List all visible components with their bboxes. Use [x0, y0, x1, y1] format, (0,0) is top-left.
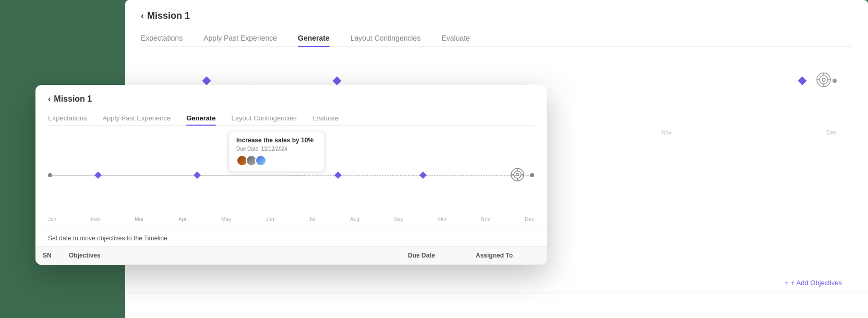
- svg-point-9: [516, 174, 519, 176]
- fg-timeline-area: Increase the sales by 10% Due Date: 12/1…: [35, 126, 547, 230]
- fg-card-header: ‹ Mission 1 Expectations Apply Past Expe…: [35, 85, 547, 126]
- col-header-assigned-to: Assigned To: [468, 247, 547, 265]
- diamond-3: [334, 172, 342, 179]
- month-apr: Apr: [178, 216, 187, 222]
- fg-tab-evaluate[interactable]: Evaluate: [312, 111, 339, 125]
- bg-back-chevron: ‹: [141, 10, 144, 21]
- set-date-text: Set date to move objectives to the Timel…: [35, 230, 547, 246]
- fg-back-link[interactable]: ‹ Mission 1: [48, 94, 534, 104]
- fg-tab-generate[interactable]: Generate: [186, 111, 215, 125]
- fg-mission-title: Mission 1: [54, 94, 92, 104]
- objective-popup-card: Increase the sales by 10% Due Date: 12/1…: [228, 131, 325, 172]
- col-header-sn: SN: [35, 247, 62, 265]
- col-header-objectives: Objectives: [62, 247, 401, 265]
- timeline-months: Jan Feb Mar Apr May Jun Jul Aug Sep Oct …: [48, 216, 534, 222]
- timeline-dot-right: [530, 173, 534, 177]
- fg-tab-expectations[interactable]: Expectations: [48, 111, 87, 125]
- svg-point-8: [514, 171, 521, 178]
- diamond-4: [419, 172, 427, 179]
- diamond-2: [194, 172, 201, 179]
- avatar-group: [236, 155, 317, 166]
- bg-table-footer: [125, 292, 868, 318]
- month-aug: Aug: [350, 216, 359, 222]
- month-feb: Feb: [91, 216, 100, 222]
- fg-target-icon: [510, 167, 525, 184]
- month-sep: Sep: [394, 216, 404, 222]
- bg-month-dec: Dec: [826, 129, 837, 136]
- month-mar: Mar: [135, 216, 143, 222]
- month-may: May: [221, 216, 231, 222]
- bg-month-nov: Nov: [661, 129, 672, 136]
- bg-back-link[interactable]: ‹ Mission 1: [141, 10, 852, 21]
- add-icon: +: [785, 279, 789, 287]
- fg-back-chevron: ‹: [48, 94, 51, 104]
- bg-tab-expectations[interactable]: Expectations: [141, 30, 183, 46]
- svg-point-1: [819, 76, 828, 84]
- bg-tab-apply-past[interactable]: Apply Past Experience: [203, 30, 277, 46]
- fg-tabs: Expectations Apply Past Experience Gener…: [48, 111, 534, 126]
- fg-tab-apply-past[interactable]: Apply Past Experience: [102, 111, 171, 125]
- svg-point-2: [822, 78, 825, 81]
- objective-popup-title: Increase the sales by 10%: [236, 137, 317, 144]
- timeline-dot-left: [48, 173, 52, 177]
- objectives-table: SN Objectives Due Date Assigned To: [35, 246, 547, 265]
- month-oct: Oct: [438, 216, 447, 222]
- objective-popup-date: Due Date: 12/12/2024: [236, 146, 317, 152]
- month-dec: Dec: [525, 216, 534, 222]
- fg-tab-layout[interactable]: Layout Contingencies: [232, 111, 297, 125]
- bg-target-icon: [816, 72, 831, 90]
- bg-tab-generate[interactable]: Generate: [298, 30, 330, 46]
- foreground-modal: ‹ Mission 1 Expectations Apply Past Expe…: [35, 85, 547, 265]
- col-header-due-date: Due Date: [401, 247, 468, 265]
- month-jul: Jul: [309, 216, 316, 222]
- month-jun: Jun: [266, 216, 274, 222]
- bg-tab-evaluate[interactable]: Evaluate: [441, 30, 469, 46]
- avatar-3: [255, 155, 267, 166]
- diamond-1: [94, 172, 102, 179]
- bg-tabs: Expectations Apply Past Experience Gener…: [141, 30, 852, 47]
- bg-card-header: ‹ Mission 1 Expectations Apply Past Expe…: [125, 0, 868, 47]
- add-objectives-button[interactable]: + + Add Objectives: [785, 279, 842, 287]
- month-nov: Nov: [481, 216, 490, 222]
- bg-mission-title: Mission 1: [147, 10, 190, 21]
- month-jan: Jan: [48, 216, 56, 222]
- bg-tab-layout[interactable]: Layout Contingencies: [351, 30, 421, 46]
